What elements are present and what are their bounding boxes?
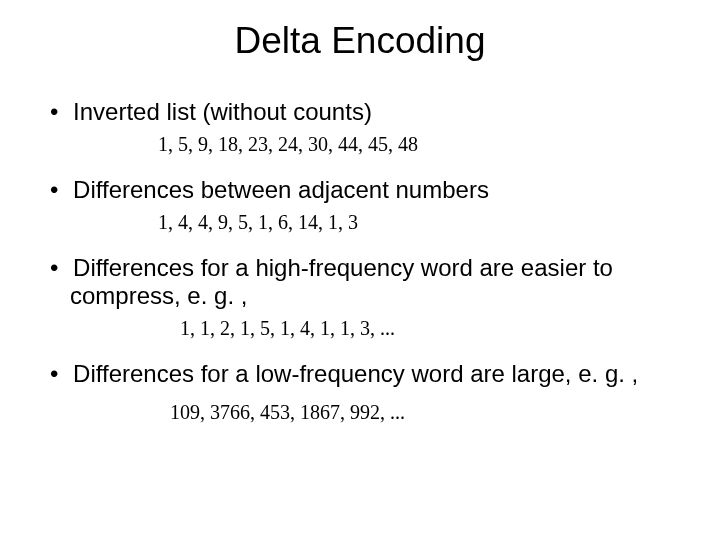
bullet-list: Differences for a high-frequency word ar…	[50, 254, 670, 312]
bullet-item: Differences between adjacent numbers	[50, 176, 670, 205]
number-sequence-low-freq: 109, 3766, 453, 1867, 992, ...	[170, 401, 670, 424]
slide: Delta Encoding Inverted list (without co…	[0, 0, 720, 540]
number-sequence-differences: 1, 4, 4, 9, 5, 1, 6, 14, 1, 3	[158, 211, 670, 234]
bullet-list: Differences for a low-frequency word are…	[50, 360, 670, 389]
number-sequence-inverted: 1, 5, 9, 18, 23, 24, 30, 44, 45, 48	[158, 133, 670, 156]
bullet-list: Differences between adjacent numbers	[50, 176, 670, 205]
number-sequence-high-freq: 1, 1, 2, 1, 5, 1, 4, 1, 1, 3, ...	[180, 317, 670, 340]
slide-title: Delta Encoding	[50, 20, 670, 62]
bullet-list: Inverted list (without counts)	[50, 98, 670, 127]
bullet-item: Inverted list (without counts)	[50, 98, 670, 127]
bullet-item: Differences for a low-frequency word are…	[50, 360, 670, 389]
bullet-item: Differences for a high-frequency word ar…	[50, 254, 670, 312]
